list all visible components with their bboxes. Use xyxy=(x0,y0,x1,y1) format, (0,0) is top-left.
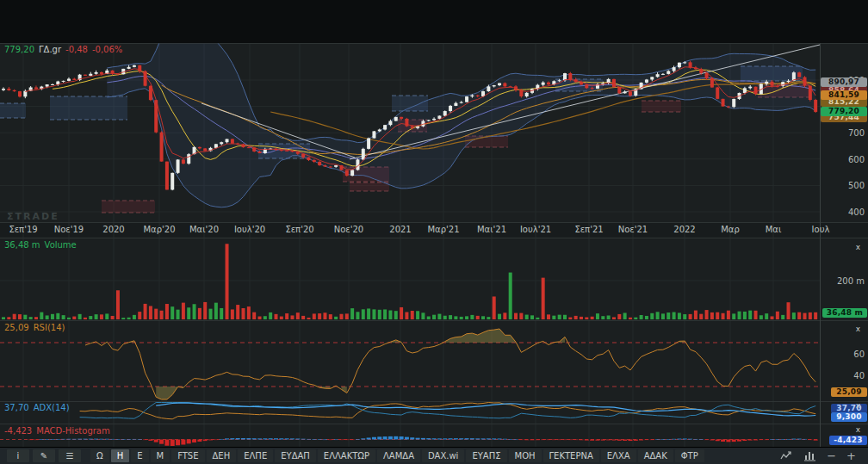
price-change-pct: -0,06% xyxy=(92,45,122,55)
zoom-out-button[interactable]: − xyxy=(827,449,836,462)
symbol-tab-ΓΕΚΤΕΡΝΑ[interactable]: ΓΕΚΤΕΡΝΑ xyxy=(543,449,599,462)
symbol-tab-Η[interactable]: Η xyxy=(111,449,130,462)
symbol-name: ΓΔ.gr xyxy=(39,45,61,55)
zoom-in-button[interactable]: + xyxy=(846,449,856,462)
rsi-label: RSI(14) xyxy=(34,323,65,333)
symbol-tab-ΛΑΜΔΑ[interactable]: ΛΑΜΔΑ xyxy=(377,449,420,462)
symbol-tab-ΕΛΧΑ[interactable]: ΕΛΧΑ xyxy=(601,449,636,462)
adx-panel-close[interactable]: x xyxy=(856,402,860,410)
chart-area[interactable]: Σεπ'19Νοε'192020Μαρ'20Μαι'20Ιουλ'20Σεπ'2… xyxy=(0,0,868,447)
adx-label: ADX(14) xyxy=(34,403,70,413)
macd-value: -4,423 xyxy=(4,426,32,436)
symbol-tab-ΕΥΑΠΣ[interactable]: ΕΥΑΠΣ xyxy=(466,449,506,462)
rsi-panel-close[interactable]: x xyxy=(856,325,860,333)
symbol-tab-ΦΤΡ[interactable]: ΦΤΡ xyxy=(675,449,704,462)
bottom-toolbar: i✎☰ΩΗΕΜFTSEΔΕΗΕΛΠΕΕΥΔΑΠΕΛΛΑΚΤΩΡΛΑΜΔΑDAX.… xyxy=(0,447,868,464)
indicators-list-icon[interactable]: ☰ xyxy=(59,449,81,462)
symbol-tab-ΑΔΑΚ[interactable]: ΑΔΑΚ xyxy=(638,449,673,462)
volume-label: Volume xyxy=(45,240,77,251)
symbol-tab-ΔΕΗ[interactable]: ΔΕΗ xyxy=(207,449,237,462)
symbol-tab-ΕΛΠΕ[interactable]: ΕΛΠΕ xyxy=(238,449,273,462)
rsi-legend: 25,09 RSI(14) xyxy=(4,323,65,333)
macd-legend: -4,423 MACD-Histogram xyxy=(4,426,110,436)
trading-terminal: Σεπ'19Νοε'192020Μαρ'20Μαι'20Ιουλ'20Σεπ'2… xyxy=(0,0,868,464)
symbol-tab-Ω[interactable]: Ω xyxy=(90,449,109,462)
symbol-tab-Μ[interactable]: Μ xyxy=(151,449,170,462)
symbol-tab-ΜΟΗ[interactable]: ΜΟΗ xyxy=(509,449,542,462)
symbol-tab-DAX.wi[interactable]: DAX.wi xyxy=(422,449,464,462)
draw-tools-icon[interactable]: ✎ xyxy=(33,449,55,462)
chart-canvas[interactable] xyxy=(0,0,868,447)
bar-chart-icon[interactable] xyxy=(803,450,816,461)
symbol-tab-ΕΥΔΑΠ[interactable]: ΕΥΔΑΠ xyxy=(275,449,316,462)
symbol-tab-Ε[interactable]: Ε xyxy=(131,449,148,462)
macd-label: MACD-Histogram xyxy=(36,426,109,436)
volume-panel-close[interactable]: x xyxy=(856,244,860,251)
adx-legend: 37,70 ADX(14) xyxy=(4,403,70,413)
volume-legend: 36,48 m Volume xyxy=(4,240,77,251)
price-change: -0,48 xyxy=(65,45,88,55)
rsi-value: 25,09 xyxy=(4,323,29,333)
price-legend: 779,20 ΓΔ.gr -0,48 -0,06% xyxy=(4,45,122,55)
watermark: ΣTRADE xyxy=(7,211,59,222)
last-price: 779,20 xyxy=(4,45,34,55)
volume-value: 36,48 m xyxy=(4,240,40,251)
info-icon[interactable]: i xyxy=(7,449,29,462)
adx-value: 37,70 xyxy=(4,403,29,413)
symbol-tab-ΕΛΛΑΚΤΩΡ[interactable]: ΕΛΛΑΚΤΩΡ xyxy=(318,449,375,462)
symbol-tab-FTSE[interactable]: FTSE xyxy=(171,449,204,462)
macd-panel-close[interactable]: x xyxy=(856,426,860,434)
line-chart-icon[interactable] xyxy=(780,450,793,461)
